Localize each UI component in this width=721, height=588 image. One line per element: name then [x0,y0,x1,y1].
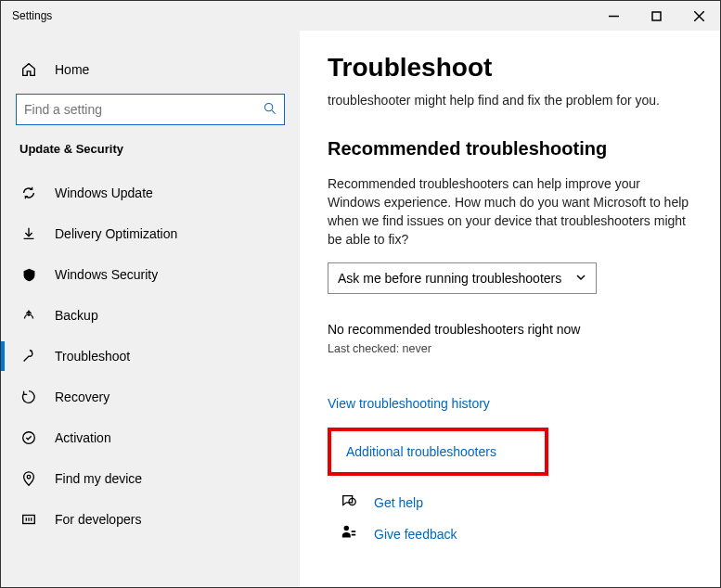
additional-troubleshooters-link[interactable]: Additional troubleshooters [346,444,530,459]
home-icon [19,61,38,78]
dropdown-value: Ask me before running troubleshooters [338,271,561,286]
svg-point-7 [27,475,31,479]
sidebar-item-label: Activation [55,430,111,445]
view-history-link[interactable]: View troubleshooting history [328,396,692,411]
svg-point-4 [264,103,272,110]
svg-line-5 [272,110,276,114]
give-feedback-label: Give feedback [374,527,457,542]
check-circle-icon [19,429,38,446]
sidebar-item-label: Recovery [55,390,109,404]
window-title: Settings [1,9,592,22]
sidebar-item-label: Delivery Optimization [55,226,177,241]
sidebar-item-label: Troubleshoot [55,349,130,364]
section-label: Update & Security [1,142,300,173]
get-help-link[interactable]: Get help [328,492,692,513]
location-icon [19,470,38,487]
sidebar-item-recovery[interactable]: Recovery [1,377,300,417]
minimize-button[interactable] [592,1,635,31]
help-icon [341,492,361,513]
sidebar-item-label: Backup [55,308,98,323]
sidebar-item-windows-update[interactable]: Windows Update [1,173,300,213]
page-title: Troubleshoot [328,53,692,83]
sidebar-item-for-developers[interactable]: For developers [1,499,300,540]
search-input[interactable] [16,94,285,125]
chevron-down-icon [575,271,586,286]
close-button[interactable] [677,1,720,31]
sidebar-item-label: For developers [55,512,141,527]
sidebar-item-label: Windows Security [55,267,158,282]
sidebar-item-troubleshoot[interactable]: Troubleshoot [1,336,300,377]
window-controls [592,1,720,31]
sidebar-item-label: Find my device [55,471,142,486]
section-title: Recommended troubleshooting [328,138,692,160]
search-icon [264,102,277,118]
sync-icon [19,185,38,201]
home-label: Home [55,62,89,77]
sidebar-item-label: Windows Update [55,185,153,200]
sidebar-item-find-my-device[interactable]: Find my device [1,458,300,499]
sidebar-item-windows-security[interactable]: Windows Security [1,254,300,295]
shield-icon [19,267,38,283]
search-field[interactable] [24,102,264,117]
troubleshoot-preference-dropdown[interactable]: Ask me before running troubleshooters [328,262,597,294]
sidebar: Home Update & Security Windows Update De… [1,31,300,587]
home-button[interactable]: Home [1,49,300,90]
developer-icon [19,511,38,528]
section-description: Recommended troubleshooters can help imp… [328,174,692,249]
status-text: No recommended troubleshooters right now [328,322,692,337]
maximize-button[interactable] [635,1,677,31]
sidebar-item-backup[interactable]: Backup [1,295,300,336]
download-icon [19,225,38,242]
sidebar-item-delivery-optimization[interactable]: Delivery Optimization [1,213,300,254]
get-help-label: Get help [374,495,423,510]
content-area: Troubleshoot troubleshooter might help f… [300,31,720,587]
page-description: troubleshooter might help find and fix t… [328,92,692,110]
wrench-icon [19,348,38,364]
titlebar: Settings [1,1,720,31]
recovery-icon [19,389,38,405]
svg-rect-1 [652,12,661,20]
sidebar-item-activation[interactable]: Activation [1,417,300,458]
svg-point-10 [344,526,349,530]
highlight-box: Additional troubleshooters [328,428,548,476]
feedback-icon [341,524,361,544]
last-checked-text: Last checked: never [328,342,692,355]
backup-icon [19,307,38,324]
give-feedback-link[interactable]: Give feedback [328,524,692,544]
